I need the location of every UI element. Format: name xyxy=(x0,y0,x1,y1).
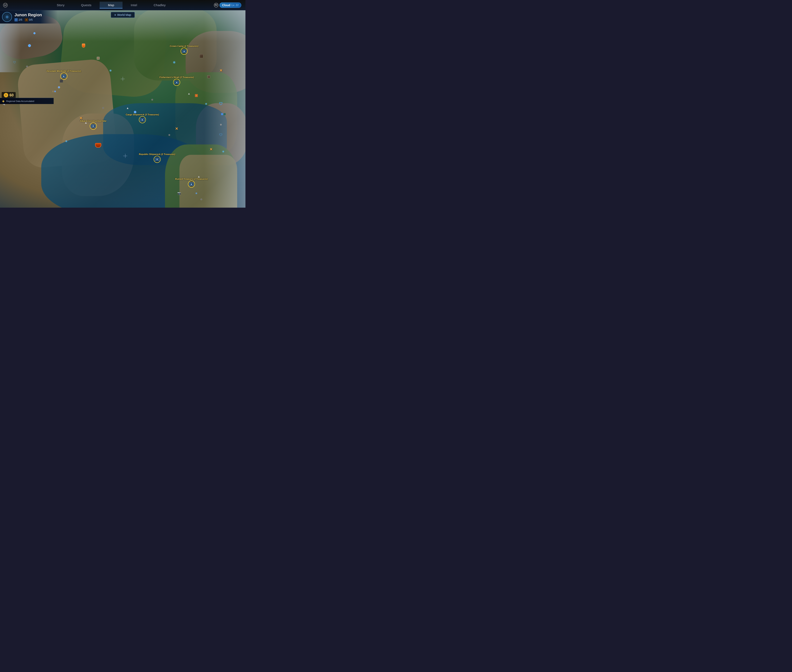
blue-dot-bottom: ❋ xyxy=(195,191,197,195)
marker-crows-camp[interactable]: Crows Camp (2 Treasures) ▣ xyxy=(170,45,198,55)
blue-wing-2: ❋ xyxy=(205,102,207,106)
tower-3: ▲ xyxy=(126,106,129,110)
small-dot-3 xyxy=(102,107,104,109)
region-info: Junon Region 🛡 2/5 ⚔ 0/5 xyxy=(14,13,42,21)
tower-4: ▲ xyxy=(188,92,190,95)
icon-marker-5 xyxy=(58,86,60,88)
region-icon: ⊕ xyxy=(2,12,12,22)
tab-intel[interactable]: Intel xyxy=(123,2,145,8)
world-map-button[interactable]: ≡ World Map xyxy=(111,12,135,18)
tab-chadley[interactable]: Chadley xyxy=(145,2,174,8)
character-level: Lv. 22 xyxy=(232,3,239,6)
region-stats: 🛡 2/5 ⚔ 0/5 xyxy=(14,18,42,21)
gold-display: G 60 xyxy=(2,92,16,98)
tab-map[interactable]: Map xyxy=(100,2,123,8)
character-name: Cloud xyxy=(222,3,230,7)
blue-wing-4: ❋ xyxy=(222,150,224,154)
controller-right: R2 Cloud Lv. 22 xyxy=(212,3,246,8)
map-shield-1: 🛡 xyxy=(219,102,223,106)
tab-story[interactable]: Story xyxy=(48,2,73,8)
icon-marker-3 xyxy=(26,66,28,67)
r2-button[interactable]: R2 xyxy=(214,3,219,8)
stat-enemy: ⚔ 0/5 xyxy=(25,18,33,21)
progress-notification: ◈ Regional Data Accumulated xyxy=(0,98,54,104)
icon-shield-1: 🛡 xyxy=(13,61,16,64)
structure-2 xyxy=(207,75,210,78)
structure-1 xyxy=(200,54,203,58)
gold-icon: G xyxy=(4,93,8,98)
marker-republic-shipwreck[interactable]: Republic Shipwreck (2 Treasures) ▣ xyxy=(139,153,175,163)
marker-fishermens-strait[interactable]: Fishermen's Strait (2 Treasures) ▣ xyxy=(160,76,194,86)
x-marker-3: ✕ xyxy=(175,126,178,131)
icon-small-items xyxy=(52,91,56,92)
blue-wing-1: ❋ xyxy=(173,60,176,64)
blue-wing-3: ❋ xyxy=(65,139,67,143)
small-dot-marker xyxy=(152,99,153,101)
x-marker-1: ✕ xyxy=(219,68,222,73)
world-map-icon: ≡ xyxy=(114,13,116,16)
map-item-small xyxy=(220,124,222,125)
marker-ruined-treasury[interactable]: Ruined Treasury (2 Treasures) ▣ xyxy=(175,178,208,187)
shield-stat: 2/5 xyxy=(19,18,22,21)
small-dot-2 xyxy=(169,134,170,136)
icon-blue-wing: ❋ xyxy=(109,69,112,72)
shield-icon: 🛡 xyxy=(14,18,18,21)
blue-dot-1 xyxy=(134,111,136,113)
world-map-label: World Map xyxy=(117,13,131,16)
icon-marker-2 xyxy=(28,44,31,47)
marker-cargo-shipwreck[interactable]: Cargo Shipwreck (3 Treasures) ▣ xyxy=(126,113,159,123)
map-shield-2: 🛡 xyxy=(219,133,222,137)
stat-shield: 🛡 2/5 xyxy=(14,18,22,21)
marker-desolate-worksite[interactable]: Desolate Worksite (2 Treasures) ▣ xyxy=(46,70,81,80)
orange-icon-1: ! xyxy=(195,94,198,97)
icon-orange-marker xyxy=(82,43,85,48)
icon-marker-1 xyxy=(34,32,35,34)
notification-text: Regional Data Accumulated xyxy=(6,100,34,102)
l2-button[interactable]: L2 xyxy=(3,3,8,8)
enemy-icon: ⚔ xyxy=(25,18,28,21)
region-header: ⊕ Junon Region 🛡 2/5 ⚔ 0/5 xyxy=(0,10,58,24)
enemy-stat: 0/5 xyxy=(29,18,33,21)
gold-amount: 60 xyxy=(10,93,14,98)
progress-icon: ◈ xyxy=(2,99,5,103)
tab-quests[interactable]: Quests xyxy=(73,2,100,8)
camera-icon: 📷 xyxy=(177,191,181,195)
character-panel: Cloud Lv. 22 xyxy=(219,3,241,8)
icon-marker-grid xyxy=(97,57,100,60)
marker-sikara[interactable]: Sikara Construction Site ▣ xyxy=(80,120,107,130)
controller-left: L2 xyxy=(0,3,11,8)
region-name: Junon Region xyxy=(14,13,42,18)
x-marker-4: ✕ xyxy=(209,147,212,152)
small-dot-bottom xyxy=(200,198,202,200)
map-item-grp xyxy=(221,113,226,115)
nav-bar: L2 Story Quests Map Intel Chadley R2 Clo… xyxy=(0,0,246,10)
ship-icon xyxy=(95,143,101,147)
nav-tabs: Story Quests Map Intel Chadley xyxy=(11,2,212,8)
